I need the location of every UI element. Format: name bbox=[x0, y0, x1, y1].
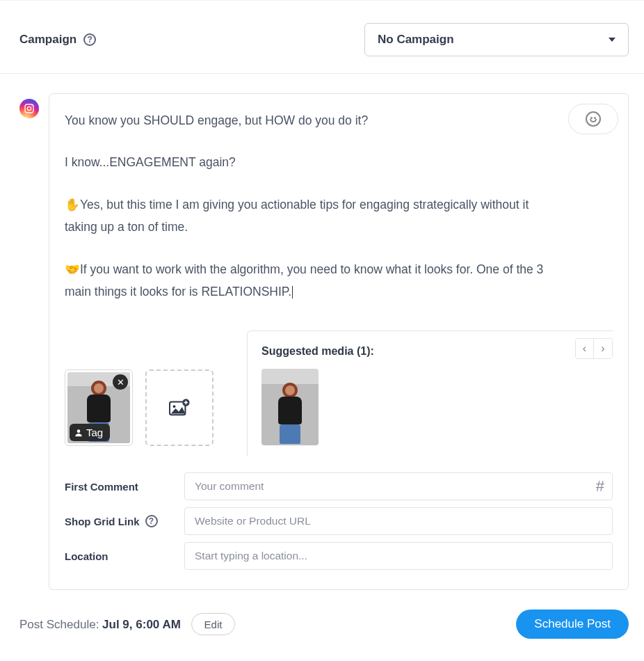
attached-media: ✕ Tag bbox=[65, 330, 214, 446]
person-icon bbox=[74, 428, 83, 438]
suggested-title: Suggested media (1): bbox=[261, 345, 613, 358]
help-icon[interactable]: ? bbox=[145, 515, 158, 527]
chevron-down-icon bbox=[609, 38, 615, 42]
caption-line: You know you SHOULD engage, but HOW do y… bbox=[65, 109, 557, 132]
location-input[interactable] bbox=[184, 542, 613, 570]
text-cursor bbox=[292, 286, 293, 298]
media-section: ✕ Tag bbox=[65, 330, 613, 456]
shop-grid-label: Shop Grid Link ? bbox=[65, 515, 184, 527]
post-fields: First Comment # Shop Grid Link ? Locatio… bbox=[65, 472, 613, 570]
add-media-button[interactable] bbox=[145, 369, 214, 446]
emoji-picker-button[interactable] bbox=[568, 104, 618, 134]
svg-point-1 bbox=[27, 106, 31, 110]
schedule-prefix: Post Schedule: bbox=[19, 618, 102, 631]
schedule-post-button[interactable]: Schedule Post bbox=[516, 610, 629, 639]
first-comment-label: First Comment bbox=[65, 481, 184, 493]
suggested-next-button[interactable]: › bbox=[594, 339, 612, 358]
hashtag-icon[interactable]: # bbox=[596, 477, 604, 495]
campaign-label: Campaign ? bbox=[19, 33, 96, 47]
shop-grid-input[interactable] bbox=[184, 507, 613, 535]
caption-line: ✋Yes, but this time I am giving you acti… bbox=[65, 193, 557, 239]
suggested-prev-button[interactable]: ‹ bbox=[576, 339, 594, 358]
post-schedule-text: Post Schedule: Jul 9, 6:00 AM Edit bbox=[19, 613, 235, 635]
svg-rect-0 bbox=[25, 104, 33, 113]
campaign-label-text: Campaign bbox=[19, 33, 77, 47]
caption-editor[interactable]: You know you SHOULD engage, but HOW do y… bbox=[65, 109, 613, 303]
campaign-header: Campaign ? No Campaign bbox=[0, 0, 644, 74]
tag-button[interactable]: Tag bbox=[70, 424, 110, 441]
media-thumb[interactable]: ✕ Tag bbox=[65, 369, 133, 446]
smiley-icon bbox=[586, 111, 601, 127]
suggested-media-thumb[interactable] bbox=[261, 369, 319, 445]
add-image-icon bbox=[169, 398, 190, 417]
location-label: Location bbox=[65, 550, 184, 562]
caption-line: I know...ENGAGEMENT again? bbox=[65, 151, 557, 173]
suggested-media-panel: ‹ › Suggested media (1): bbox=[247, 330, 613, 456]
caption-line: 🤝If you want to work with the algorithm,… bbox=[65, 258, 557, 303]
svg-point-3 bbox=[77, 429, 81, 433]
instagram-icon bbox=[19, 99, 39, 118]
first-comment-input[interactable] bbox=[184, 472, 613, 500]
first-comment-row: First Comment # bbox=[65, 472, 613, 500]
campaign-select-value: No Campaign bbox=[378, 33, 454, 47]
post-composer: You know you SHOULD engage, but HOW do y… bbox=[49, 93, 629, 590]
schedule-datetime: Jul 9, 6:00 AM bbox=[102, 618, 181, 631]
shop-grid-row: Shop Grid Link ? bbox=[65, 507, 613, 535]
edit-schedule-button[interactable]: Edit bbox=[191, 613, 236, 635]
location-row: Location bbox=[65, 542, 613, 570]
footer: Post Schedule: Jul 9, 6:00 AM Edit Sched… bbox=[0, 590, 644, 648]
campaign-select[interactable]: No Campaign bbox=[364, 23, 629, 56]
svg-point-2 bbox=[31, 106, 32, 106]
svg-point-5 bbox=[173, 406, 176, 408]
suggested-thumbs bbox=[261, 369, 613, 445]
tag-label: Tag bbox=[86, 427, 103, 438]
help-icon[interactable]: ? bbox=[83, 33, 96, 46]
suggested-nav: ‹ › bbox=[575, 338, 613, 359]
composer-row: You know you SHOULD engage, but HOW do y… bbox=[0, 74, 644, 590]
